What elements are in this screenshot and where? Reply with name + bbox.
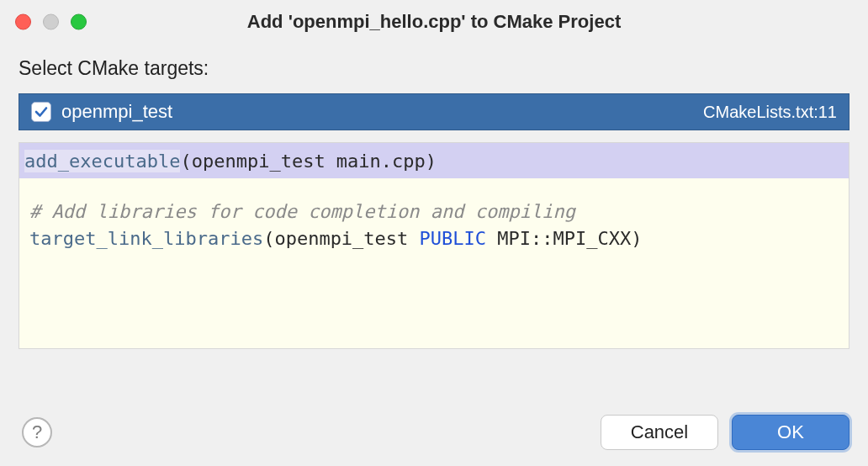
code-fn-add-executable: add_executable [24, 150, 180, 172]
target-checkbox[interactable] [31, 102, 51, 122]
zoom-window-icon[interactable] [71, 14, 87, 30]
select-targets-label: Select CMake targets: [19, 57, 849, 80]
code-line-3-open: (openmpi_test [263, 228, 419, 249]
minimize-window-icon [43, 14, 59, 30]
code-comment-line: # Add libraries for code completion and … [24, 199, 844, 225]
code-line-1-args: (openmpi_test main.cpp) [180, 151, 437, 172]
titlebar: Add 'openmpi_hello.cpp' to CMake Project [0, 0, 868, 44]
code-fn-target-link: target_link_libraries [29, 228, 263, 249]
code-preview: add_executable(openmpi_test main.cpp) # … [19, 142, 849, 349]
code-body: # Add libraries for code completion and … [19, 178, 849, 257]
target-row[interactable]: openmpi_test CMakeLists.txt:11 [19, 93, 849, 130]
window-title: Add 'openmpi_hello.cpp' to CMake Project [13, 11, 855, 33]
code-keyword-public: PUBLIC [420, 228, 486, 249]
target-name: openmpi_test [61, 101, 703, 123]
target-location: CMakeLists.txt:11 [703, 103, 837, 122]
dialog-window: Add 'openmpi_hello.cpp' to CMake Project… [0, 0, 868, 466]
code-line-3: target_link_libraries(openmpi_test PUBLI… [24, 225, 844, 252]
code-comment: # Add libraries for code completion and … [29, 201, 575, 222]
cancel-button[interactable]: Cancel [601, 415, 718, 450]
close-window-icon[interactable] [15, 14, 31, 30]
help-button[interactable]: ? [22, 417, 52, 447]
code-line-1: add_executable(openmpi_test main.cpp) [19, 143, 849, 178]
code-line-3-rest: MPI::MPI_CXX) [486, 228, 642, 249]
dialog-content: Select CMake targets: openmpi_test CMake… [0, 44, 868, 399]
checkmark-icon [34, 104, 49, 119]
ok-button[interactable]: OK [732, 415, 849, 450]
dialog-footer: ? Cancel OK [0, 399, 868, 466]
window-controls [15, 14, 87, 30]
